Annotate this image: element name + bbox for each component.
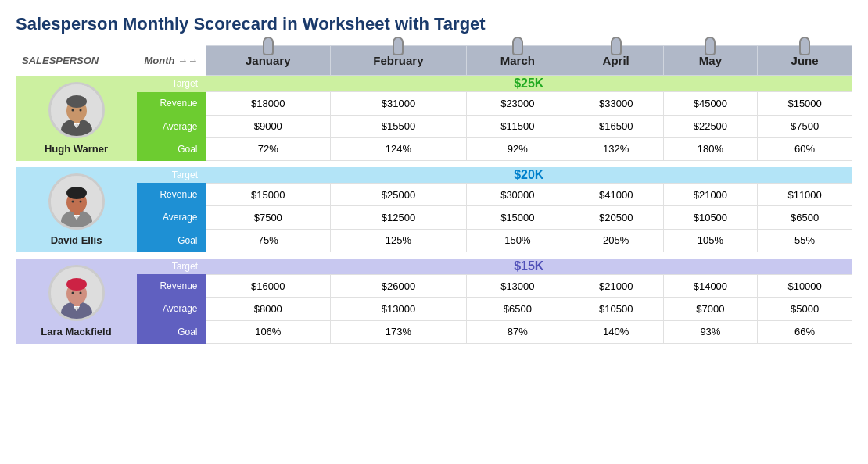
cell-1-1-5: $6500 [758,206,852,229]
cell-2-2-5: 66% [758,320,852,343]
cell-0-0-5: $15000 [758,92,852,115]
cell-2-1-4: $7000 [663,298,758,320]
month-jun: June [758,46,852,76]
pin-mar [512,37,523,55]
target-row-1: David Ellis Target$20K [16,167,852,184]
cell-0-2-4: 180% [663,137,758,160]
salesperson-label: SALESPERSON [22,55,99,66]
cell-0-0-1: $31000 [331,92,467,115]
month-mar: March [466,46,569,76]
cell-2-1-2: $6500 [466,298,569,320]
row-label-1-2: Goal [137,229,206,252]
cell-1-2-5: 55% [758,229,852,252]
cell-2-0-5: $10000 [758,274,852,297]
row-label-1-1: Average [137,206,206,229]
row-label-0-2: Goal [137,137,206,160]
cell-0-2-3: 132% [569,137,663,160]
target-label-1: Target [137,167,206,184]
data-row-1-1: Average$7500$12500$15000$20500$10500$650… [16,206,852,229]
person-name-0: Hugh Warner [19,143,134,155]
target-value-1: $20K [206,167,852,184]
row-label-0-0: Revenue [137,92,206,115]
month-label: Month [144,55,174,66]
data-row-0-2: Goal72%124%92%132%180%60% [16,137,852,160]
svg-point-14 [66,187,87,199]
data-row-0-0: Revenue$18000$31000$23000$33000$45000$15… [16,92,852,115]
row-label-2-2: Goal [137,320,206,343]
cell-2-0-0: $16000 [206,274,331,297]
cell-0-2-1: 124% [331,137,467,160]
cell-0-2-0: 72% [206,137,331,160]
cell-2-2-3: 140% [569,320,663,343]
cell-1-1-1: $12500 [331,206,467,229]
svg-point-24 [66,278,87,291]
cell-0-0-4: $45000 [663,92,758,115]
svg-point-16 [79,200,81,202]
cell-0-1-2: $11500 [466,115,569,137]
avatar-1 [48,173,105,230]
cell-2-1-5: $5000 [758,298,852,320]
salesperson-header: SALESPERSON [16,46,137,76]
divider-0 [16,161,852,167]
data-row-2-1: Average$8000$13000$6500$10500$7000$5000 [16,298,852,320]
cell-2-0-4: $14000 [663,274,758,297]
cell-0-1-5: $7500 [758,115,852,137]
cell-1-0-4: $21000 [663,183,758,205]
cell-1-1-0: $7500 [206,206,331,229]
page-title: Salesperson Monthly Scorecard in Workshe… [16,14,852,34]
data-row-1-2: Goal75%125%150%205%105%55% [16,229,852,252]
person-name-1: David Ellis [19,234,134,246]
cell-1-1-3: $20500 [569,206,663,229]
target-row-2: Lara Mackfield Target$15K [16,259,852,275]
month-jan: January [206,46,331,76]
svg-point-5 [71,109,74,111]
cell-1-0-3: $41000 [569,183,663,205]
svg-point-6 [79,109,81,111]
cell-0-1-1: $15500 [331,115,467,137]
cell-0-2-2: 92% [466,137,569,160]
cell-1-1-2: $15000 [466,206,569,229]
cell-1-0-1: $25000 [331,183,467,205]
cell-2-2-0: 106% [206,320,331,343]
cell-0-0-0: $18000 [206,92,331,115]
data-row-2-0: Revenue$16000$26000$13000$21000$14000$10… [16,274,852,297]
cell-0-1-0: $9000 [206,115,331,137]
month-header-cell: Month →→ [137,46,206,76]
target-value-0: $25K [206,76,852,92]
svg-point-4 [66,95,87,108]
cell-2-1-1: $13000 [331,298,467,320]
cell-1-0-0: $15000 [206,183,331,205]
cell-2-0-2: $13000 [466,274,569,297]
person-name-2: Lara Mackfield [19,326,134,337]
cell-1-0-2: $30000 [466,183,569,205]
month-arrow-icon: →→ [178,55,198,66]
cell-2-1-0: $8000 [206,298,331,320]
target-value-2: $15K [206,259,852,275]
cell-2-1-3: $10500 [569,298,663,320]
divider-1 [16,252,852,259]
svg-point-25 [71,291,74,294]
month-feb: February [331,46,467,76]
cell-2-2-4: 93% [663,320,758,343]
person-cell-2: Lara Mackfield [16,259,137,344]
cell-1-2-1: 125% [331,229,467,252]
cell-2-2-1: 173% [331,320,467,343]
scorecard-table: SALESPERSON Month →→ January February Ma… [16,45,852,344]
row-label-1-0: Revenue [137,183,206,205]
month-may: May [663,46,758,76]
cell-1-2-3: 205% [569,229,663,252]
pin-jan [263,37,274,55]
cell-1-0-5: $11000 [758,183,852,205]
pin-feb [393,37,404,55]
target-row-0: Hugh Warner Target$25K [16,76,852,92]
cell-1-2-0: 75% [206,229,331,252]
row-label-2-1: Average [137,298,206,320]
person-cell-1: David Ellis [16,167,137,252]
cell-2-0-3: $21000 [569,274,663,297]
cell-0-0-3: $33000 [569,92,663,115]
row-label-0-1: Average [137,115,206,137]
month-apr: April [569,46,663,76]
cell-0-0-2: $23000 [466,92,569,115]
cell-2-0-1: $26000 [331,274,467,297]
avatar-0 [48,82,105,138]
